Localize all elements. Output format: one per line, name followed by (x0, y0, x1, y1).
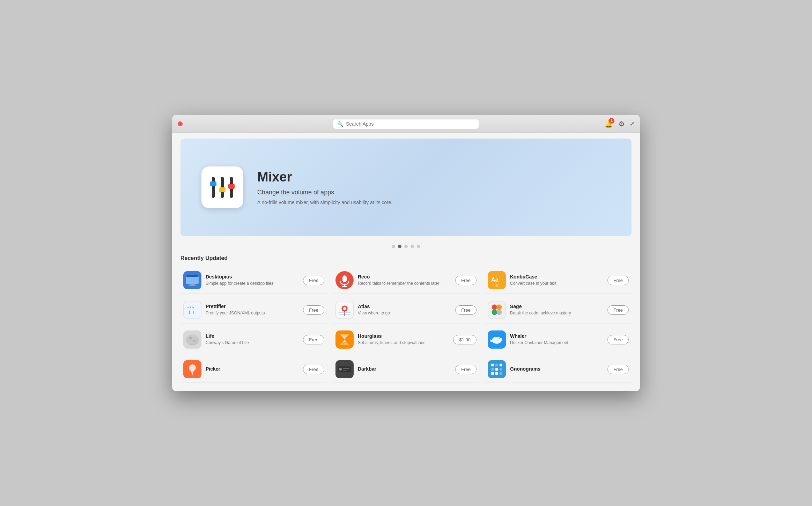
svg-rect-13 (344, 284, 345, 286)
app-info-desktopius: Desktopius Simple app for create a deskt… (206, 274, 299, 287)
hero-banner[interactable]: Mixer Change the volume of apps A no-fri… (180, 139, 632, 236)
app-desc-sage: Break the code, achieve mastery (510, 310, 603, 316)
svg-point-47 (339, 368, 342, 371)
app-name-atlas: Atlas (358, 304, 451, 309)
svg-rect-55 (495, 368, 498, 371)
list-item: Sage Break the code, achieve mastery Fre… (485, 297, 632, 323)
dot-5[interactable] (417, 245, 420, 248)
hero-app-icon (201, 166, 243, 208)
app-desc-hourglass: Set alarms, timers, and stopwatches (358, 340, 449, 346)
app-window: × 🔍 🔔 2 ⚙ ⤢ (172, 115, 640, 391)
search-input[interactable] (346, 121, 475, 127)
svg-rect-0 (212, 177, 215, 198)
app-icon-hourglass (335, 330, 354, 349)
svg-rect-12 (342, 275, 347, 282)
carousel-dots (180, 245, 632, 248)
svg-rect-9 (190, 284, 195, 285)
svg-point-33 (186, 335, 199, 344)
app-icon-gnonograms (488, 360, 506, 378)
app-name-reco: Reco (358, 274, 451, 280)
price-button-darkbar[interactable]: Free (455, 365, 477, 374)
svg-text:</>: </> (187, 305, 194, 309)
titlebar-right: 🔔 2 ⚙ ⤢ (603, 119, 634, 129)
app-info-whaler: Whaler Docker Container Management (510, 333, 603, 346)
expand-button[interactable]: ⤢ (630, 120, 634, 127)
app-desc-atlas: View where to go (358, 310, 451, 316)
app-info-darkbar: Darkbar (358, 366, 451, 373)
svg-point-23 (343, 307, 346, 310)
price-button-picker[interactable]: Free (303, 365, 324, 374)
list-item: Picker Free (180, 356, 327, 383)
price-button-hourglass[interactable]: $1.00 (453, 335, 477, 344)
app-info-hourglass: Hourglass Set alarms, timers, and stopwa… (358, 333, 449, 346)
price-button-reco[interactable]: Free (455, 276, 477, 285)
list-item: Desktopius Simple app for create a deskt… (180, 267, 327, 294)
app-desc-desktopius: Simple app for create a desktop files (206, 281, 299, 287)
app-name-sage: Sage (510, 304, 603, 309)
mixer-icon-svg (207, 172, 238, 203)
app-icon-whaler (488, 330, 506, 349)
app-icon-desktopius (183, 271, 201, 289)
hero-app-name: Mixer (257, 170, 392, 185)
svg-rect-10 (188, 285, 197, 286)
svg-rect-14 (342, 286, 347, 287)
app-icon-reco (335, 271, 354, 289)
section-title-recently-updated: Recently Updated (180, 255, 632, 261)
apps-grid: Desktopius Simple app for create a deskt… (180, 267, 632, 383)
app-icon-prettifier: </> { } (183, 301, 201, 319)
price-button-sage[interactable]: Free (607, 305, 629, 315)
svg-rect-59 (500, 372, 502, 375)
svg-rect-53 (500, 364, 502, 366)
price-button-gnonograms[interactable]: Free (607, 365, 629, 374)
svg-rect-1 (210, 181, 216, 186)
svg-rect-26 (488, 301, 505, 319)
notification-button[interactable]: 🔔 2 (603, 119, 614, 129)
svg-rect-56 (500, 368, 502, 371)
svg-point-29 (492, 310, 497, 315)
svg-point-35 (193, 340, 196, 342)
app-icon-atlas (335, 301, 354, 319)
close-button[interactable]: × (178, 121, 183, 126)
svg-rect-54 (491, 368, 494, 371)
list-item: Hourglass Set alarms, timers, and stopwa… (333, 326, 479, 353)
svg-point-30 (496, 310, 502, 315)
svg-rect-3 (219, 187, 226, 192)
list-item: Atlas View where to go Free (333, 297, 479, 323)
close-icon: × (179, 122, 181, 126)
svg-rect-52 (495, 364, 498, 366)
svg-point-42 (499, 338, 500, 340)
notification-badge: 2 (609, 118, 614, 124)
app-desc-reco: Record talks to remember the contents la… (358, 281, 451, 287)
app-icon-konbucase: Aa →a (488, 271, 506, 289)
svg-point-44 (189, 364, 196, 371)
app-name-life: Life (206, 333, 299, 339)
dot-1[interactable] (392, 245, 395, 248)
price-button-life[interactable]: Free (303, 335, 324, 344)
app-info-prettifier: Prettifier Prettify your JSON/XML output… (206, 304, 299, 316)
app-name-hourglass: Hourglass (358, 333, 449, 339)
dot-3[interactable] (404, 245, 408, 248)
svg-point-28 (496, 305, 502, 310)
app-name-whaler: Whaler (510, 333, 603, 339)
app-name-gnonograms: Gnonograms (510, 366, 603, 372)
svg-rect-5 (228, 184, 235, 189)
price-button-desktopius[interactable]: Free (303, 276, 324, 285)
settings-button[interactable]: ⚙ (619, 120, 625, 128)
main-content: Mixer Change the volume of apps A no-fri… (172, 133, 640, 391)
dot-4[interactable] (411, 245, 414, 248)
svg-rect-38 (340, 344, 349, 345)
app-icon-life (183, 330, 201, 349)
svg-text:→a: →a (491, 283, 498, 288)
svg-point-27 (492, 305, 497, 310)
price-button-prettifier[interactable]: Free (303, 305, 324, 315)
app-name-picker: Picker (206, 366, 299, 372)
app-name-konbucase: KonbuCase (510, 274, 603, 280)
app-name-prettifier: Prettifier (206, 304, 299, 309)
svg-rect-49 (343, 370, 347, 371)
search-icon: 🔍 (337, 121, 343, 127)
price-button-whaler[interactable]: Free (607, 335, 629, 344)
price-button-atlas[interactable]: Free (455, 305, 477, 315)
dot-2[interactable] (398, 245, 401, 248)
price-button-konbucase[interactable]: Free (607, 276, 629, 285)
app-info-gnonograms: Gnonograms (510, 366, 603, 373)
